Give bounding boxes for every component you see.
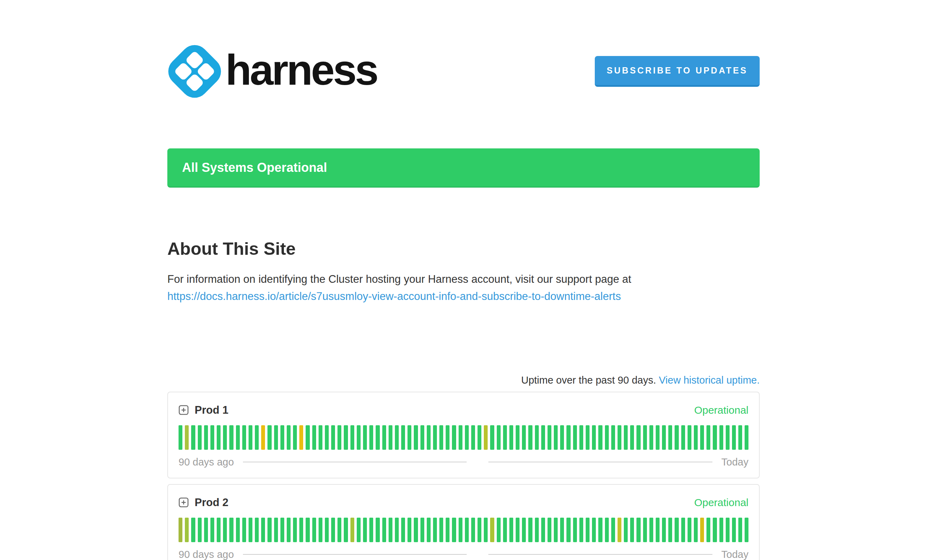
uptime-day-bar[interactable] [668, 518, 672, 542]
uptime-day-bar[interactable] [344, 518, 348, 542]
uptime-day-bar[interactable] [490, 425, 494, 450]
uptime-day-bar[interactable] [433, 518, 437, 542]
uptime-day-bar[interactable] [630, 425, 634, 450]
uptime-day-bar[interactable] [738, 518, 742, 542]
uptime-day-bar[interactable] [592, 518, 596, 542]
uptime-day-bar[interactable] [535, 425, 539, 450]
uptime-day-bar[interactable] [446, 518, 450, 542]
uptime-day-bar[interactable] [319, 425, 322, 450]
uptime-day-bar[interactable] [707, 518, 710, 542]
uptime-day-bar[interactable] [433, 425, 437, 450]
uptime-day-bar[interactable] [305, 518, 310, 542]
uptime-day-bar[interactable] [439, 425, 443, 450]
uptime-day-bar[interactable] [586, 518, 590, 542]
uptime-day-bar[interactable] [656, 425, 660, 450]
uptime-day-bar[interactable] [700, 518, 704, 542]
uptime-day-bar[interactable] [255, 425, 259, 450]
uptime-day-bar[interactable] [344, 425, 348, 450]
uptime-day-bar[interactable] [452, 518, 456, 542]
uptime-day-bar[interactable] [567, 425, 570, 450]
uptime-day-bar[interactable] [465, 425, 469, 450]
uptime-day-bar[interactable] [465, 518, 469, 542]
uptime-day-bar[interactable] [649, 425, 653, 450]
uptime-day-bar[interactable] [210, 425, 214, 450]
uptime-day-bar[interactable] [528, 518, 532, 542]
uptime-day-bar[interactable] [497, 518, 501, 542]
uptime-day-bar[interactable] [293, 518, 297, 542]
uptime-day-bar[interactable] [375, 425, 380, 450]
uptime-day-bar[interactable] [363, 518, 367, 542]
uptime-day-bar[interactable] [280, 518, 284, 542]
uptime-day-bar[interactable] [477, 425, 481, 450]
uptime-day-bar[interactable] [407, 425, 411, 450]
uptime-day-bar[interactable] [713, 425, 717, 450]
uptime-day-bar[interactable] [617, 425, 622, 450]
uptime-day-bar[interactable] [375, 518, 380, 542]
uptime-day-bar[interactable] [217, 518, 220, 542]
uptime-day-bar[interactable] [427, 425, 431, 450]
uptime-day-bar[interactable] [707, 425, 710, 450]
uptime-day-bar[interactable] [617, 518, 622, 542]
uptime-day-bar[interactable] [459, 425, 462, 450]
uptime-day-bar[interactable] [490, 518, 494, 542]
uptime-day-bar[interactable] [484, 518, 488, 542]
uptime-day-bar[interactable] [446, 425, 450, 450]
uptime-day-bar[interactable] [624, 518, 628, 542]
uptime-day-bar[interactable] [503, 518, 507, 542]
uptime-day-bar[interactable] [643, 518, 647, 542]
uptime-day-bar[interactable] [331, 425, 335, 450]
uptime-day-bar[interactable] [477, 518, 481, 542]
uptime-day-bar[interactable] [395, 425, 399, 450]
uptime-day-bar[interactable] [560, 518, 564, 542]
uptime-day-bar[interactable] [427, 518, 431, 542]
uptime-day-bar[interactable] [719, 425, 723, 450]
uptime-day-bar[interactable] [319, 518, 322, 542]
uptime-day-bar[interactable] [503, 425, 507, 450]
uptime-day-bar[interactable] [745, 425, 748, 450]
uptime-day-bar[interactable] [516, 425, 520, 450]
uptime-day-bar[interactable] [274, 518, 278, 542]
uptime-day-bar[interactable] [421, 518, 424, 542]
uptime-day-bar[interactable] [497, 425, 501, 450]
uptime-day-bar[interactable] [249, 518, 252, 542]
uptime-day-bar[interactable] [605, 425, 609, 450]
uptime-day-bar[interactable] [198, 425, 202, 450]
uptime-day-bar[interactable] [363, 425, 367, 450]
uptime-day-bar[interactable] [586, 425, 590, 450]
uptime-day-bar[interactable] [261, 425, 265, 450]
plus-square-icon[interactable] [179, 405, 189, 415]
uptime-day-bar[interactable] [630, 518, 634, 542]
uptime-day-bar[interactable] [229, 518, 233, 542]
uptime-day-bar[interactable] [395, 518, 399, 542]
uptime-day-bar[interactable] [421, 425, 424, 450]
uptime-day-bar[interactable] [522, 518, 526, 542]
uptime-day-bar[interactable] [579, 425, 583, 450]
uptime-day-bar[interactable] [554, 425, 558, 450]
uptime-day-bar[interactable] [255, 518, 259, 542]
uptime-day-bar[interactable] [350, 425, 354, 450]
uptime-day-bar[interactable] [535, 518, 539, 542]
uptime-day-bar[interactable] [217, 425, 220, 450]
uptime-day-bar[interactable] [325, 425, 329, 450]
uptime-day-bar[interactable] [299, 518, 303, 542]
uptime-day-bar[interactable] [267, 425, 271, 450]
subscribe-to-updates-button[interactable]: SUBSCRIBE TO UPDATES [595, 56, 760, 87]
uptime-day-bar[interactable] [694, 425, 698, 450]
uptime-day-bar[interactable] [389, 518, 392, 542]
uptime-day-bar[interactable] [726, 425, 729, 450]
uptime-day-bar[interactable] [369, 425, 373, 450]
uptime-day-bar[interactable] [249, 425, 252, 450]
uptime-day-bar[interactable] [369, 518, 373, 542]
uptime-day-bar[interactable] [312, 518, 316, 542]
uptime-day-bar[interactable] [732, 518, 736, 542]
uptime-day-bar[interactable] [675, 518, 678, 542]
uptime-day-bar[interactable] [185, 425, 189, 450]
uptime-day-bar[interactable] [547, 425, 552, 450]
uptime-day-bar[interactable] [484, 425, 488, 450]
uptime-day-bar[interactable] [598, 425, 602, 450]
uptime-day-bar[interactable] [350, 518, 354, 542]
uptime-day-bar[interactable] [331, 518, 335, 542]
uptime-day-bar[interactable] [656, 518, 660, 542]
support-page-link[interactable]: https://docs.harness.io/article/s7ususml… [167, 290, 621, 302]
uptime-day-bar[interactable] [745, 518, 748, 542]
